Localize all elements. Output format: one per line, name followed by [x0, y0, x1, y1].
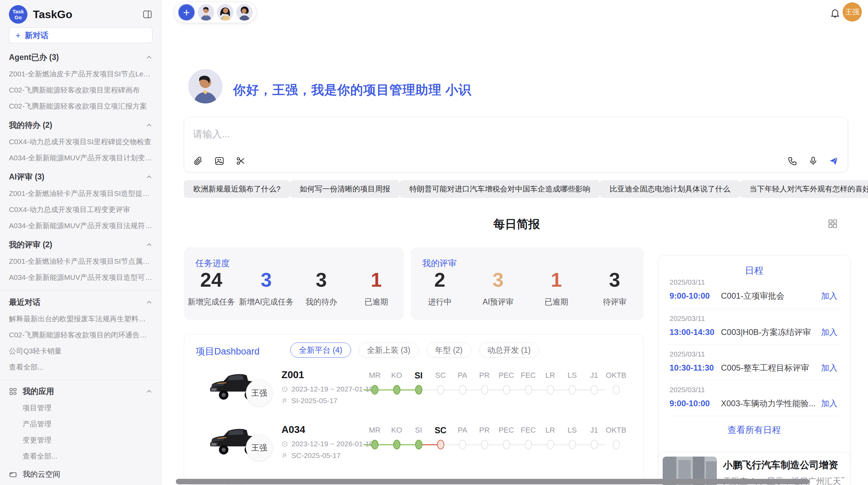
app-link-change-mgmt[interactable]: 变更管理 [23, 435, 153, 445]
join-meeting-link[interactable]: 加入 [821, 362, 837, 373]
suggestion-chip[interactable]: 特朗普可能对进口汽车增税会对中国车企造成哪些影响 [400, 180, 600, 198]
daily-briefing-title: 每日简报 [184, 216, 849, 232]
flag-icon [281, 398, 288, 404]
milestone-dot-done [415, 440, 422, 449]
join-meeting-link[interactable]: 加入 [821, 290, 837, 301]
view-all-schedule-link[interactable]: 查看所有日程 [659, 424, 850, 436]
sidebar-item[interactable]: C0X4-动力总成开发项目工程变更评审 [9, 205, 153, 214]
chevron-up-icon[interactable] [146, 388, 153, 395]
sidebar-item[interactable]: A034-全新新能源MUV产品开发项目造型可行性评审 [9, 273, 153, 282]
milestone-dot-done [371, 385, 378, 395]
app-window: Task Go TaskGo + 新对话 Agent已办 (3) Z001-全新… [0, 0, 868, 485]
agent-avatar[interactable] [217, 4, 233, 21]
milestone-dot-done [393, 440, 400, 449]
add-agent-button[interactable]: + [178, 4, 195, 21]
milestone-timeline: MR KO SI SC PA PR PEC FEC LR LS J1 OKTB [364, 369, 627, 396]
chevron-up-icon[interactable] [146, 174, 153, 181]
schedule-item: 2025/03/11 10:30-11:30 C005-整车工程目标评审 加入 [670, 350, 837, 373]
suggestion-chip[interactable]: 比亚迪全固态电池计划具体说了什么 [600, 180, 740, 198]
milestone-dot [503, 385, 510, 395]
schedule-time: 10:30-11:30 [670, 363, 721, 373]
news-title: 小鹏飞行汽车制造公司增资 [723, 459, 843, 472]
apps-grid-icon [9, 387, 17, 396]
horizontal-scrollbar[interactable] [176, 479, 809, 484]
microphone-icon[interactable] [808, 156, 818, 166]
image-icon[interactable] [214, 156, 225, 166]
divider [669, 309, 840, 309]
sidebar-item[interactable]: Z001-全新燃油轻卡产品开发项目SI节点属性5D文件评审 [9, 257, 153, 266]
my-apps-header[interactable]: 我的应用 [9, 386, 153, 397]
suggestion-chip[interactable]: 如何写一份清晰的项目周报 [290, 180, 400, 198]
sidebar-collapse-icon[interactable] [142, 9, 153, 20]
cloud-folder-icon [9, 470, 17, 478]
section-title-my-review: 我的评审 (2) [9, 239, 52, 250]
milestone-label: OKTB [605, 423, 627, 437]
sidebar-item[interactable]: Z001-全新燃油轻卡产品开发项目SI造型提交物评审 [9, 189, 153, 198]
section-title-agent-done: Agent已办 (3) [9, 52, 59, 63]
app-link-project-mgmt[interactable]: 项目管理 [23, 403, 153, 413]
view-all-chats-link[interactable]: 查看全部... [9, 362, 153, 372]
project-owner-badge: 王强 [246, 434, 273, 461]
greeting-text: 你好，王强，我是你的项目管理助理 小识 [233, 82, 471, 99]
sidebar-item[interactable]: C0X4-动力总成开发项目SI里程碑提交物检查 [9, 137, 153, 147]
send-icon[interactable] [829, 156, 839, 166]
chevron-up-icon[interactable] [146, 241, 153, 248]
sidebar-item[interactable]: Z001-全新燃油皮卡产品开发项目SI节点Lesson Learn报告 [9, 69, 153, 79]
sidebar-item[interactable]: C02-飞腾新能源轻客改款项目里程碑画布 [9, 85, 153, 95]
view-all-apps-link[interactable]: 查看全部... [23, 451, 153, 461]
user-avatar[interactable]: 王强 [843, 2, 862, 22]
recent-chat-item[interactable]: C02-飞腾新能源轻客改款项目的闭环通告反馈情况 [9, 330, 153, 340]
chevron-up-icon[interactable] [146, 54, 153, 61]
recent-chat-item[interactable]: 解释最新出台的欧盟报废车法规再生塑料比例被调至15%... [9, 314, 153, 324]
layout-grid-icon[interactable] [828, 219, 838, 229]
divider [0, 290, 161, 290]
milestone-dot [459, 385, 466, 395]
agent-avatar[interactable] [198, 4, 214, 21]
sidebar-item[interactable]: A034-全新新能源MUV产品开发项目法规符合性评审 [9, 221, 153, 231]
project-row[interactable]: 王强 Z001 2023-12-19 ~ 2027-01-19 SI-2025-… [184, 369, 643, 423]
suggestion-chips: 欧洲新规最近颁布了什么? 如何写一份清晰的项目周报 特朗普可能对进口汽车增税会对… [184, 180, 849, 198]
plus-icon: + [15, 30, 21, 41]
app-title: TaskGo [33, 8, 142, 21]
milestone-dot [591, 440, 598, 449]
scissors-icon[interactable] [236, 156, 246, 166]
schedule-date: 2025/03/11 [670, 314, 837, 323]
project-code: A034 [281, 424, 305, 435]
recent-chat-item[interactable]: 公司Q3轻卡销量 [9, 346, 153, 356]
clock-icon [281, 386, 288, 393]
project-row[interactable]: 王强 A034 2023-12-19 ~ 2026-01-19 SC-2025-… [184, 423, 643, 478]
milestone-label: LR [539, 423, 561, 437]
stat-value: 3 [239, 269, 294, 291]
tab-new-platform[interactable]: 全新平台 (4) [290, 343, 351, 358]
sidebar-item[interactable]: A034-全新新能源MUV产品开发项目计划变更表编写 [9, 153, 153, 163]
schedule-event: X003-车辆动力学性能验... [721, 398, 821, 409]
suggestion-chip[interactable]: 当下年轻人对汽车外观有怎样的喜好趋势 [740, 180, 868, 198]
agent-avatar[interactable] [236, 4, 253, 21]
tab-new-body[interactable]: 全新上装 (3) [359, 343, 419, 358]
message-input[interactable] [193, 127, 707, 142]
schedule-item: 2025/03/11 9:00-10:00 X003-车辆动力学性能验... 加… [670, 386, 837, 409]
notification-bell-icon[interactable] [830, 8, 841, 19]
chevron-up-icon[interactable] [146, 299, 153, 306]
milestone-label: PR [473, 369, 495, 382]
schedule-time: 9:00-10:00 [670, 291, 721, 301]
assistant-avatar [188, 69, 222, 103]
divider [669, 380, 840, 381]
my-cloud-space[interactable]: 我的云空间 [9, 469, 153, 480]
project-date-range: 2023-12-19 ~ 2026-01-19 [291, 440, 373, 448]
project-date-range: 2023-12-19 ~ 2027-01-19 [291, 385, 373, 393]
suggestion-chip[interactable]: 欧洲新规最近颁布了什么? [184, 180, 290, 198]
attachment-icon[interactable] [193, 156, 203, 166]
phone-icon[interactable] [787, 156, 798, 166]
chevron-up-icon[interactable] [146, 122, 153, 129]
join-meeting-link[interactable]: 加入 [821, 327, 837, 338]
tab-powertrain[interactable]: 动总开发 (1) [479, 343, 540, 358]
tab-model-year[interactable]: 年型 (2) [426, 343, 471, 358]
stat-value: 1 [527, 269, 586, 291]
join-meeting-link[interactable]: 加入 [821, 398, 837, 409]
milestone-dot [459, 440, 466, 449]
sidebar-item[interactable]: C02-飞腾新能源轻客改款项目立项汇报方案 [9, 101, 153, 111]
task-progress-card: 任务进度 24新增完成任务 3新增AI完成任务 3我的待办 1已逾期 [184, 247, 404, 320]
new-chat-button[interactable]: + 新对话 [9, 27, 153, 43]
app-link-product-mgmt[interactable]: 产品管理 [23, 419, 153, 429]
